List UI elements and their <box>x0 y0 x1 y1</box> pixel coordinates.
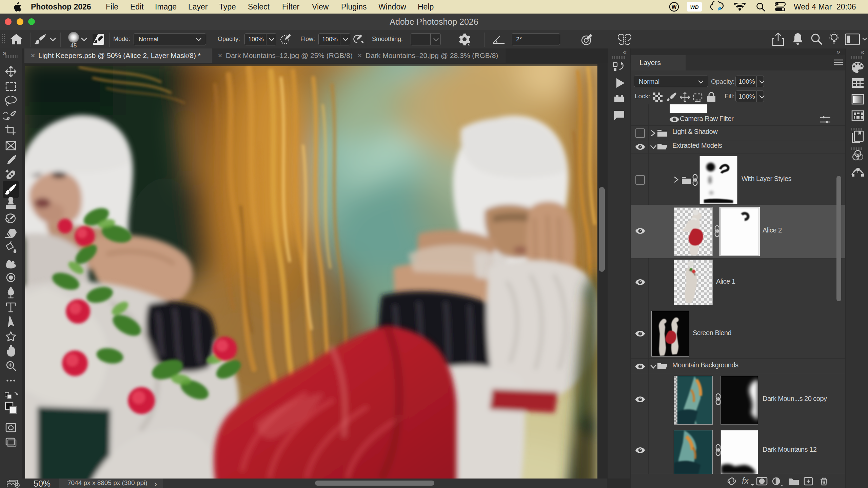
svg-text:WD: WD <box>690 4 699 10</box>
svg-text:W: W <box>671 4 677 10</box>
svg-text:fx: fx <box>742 477 749 486</box>
